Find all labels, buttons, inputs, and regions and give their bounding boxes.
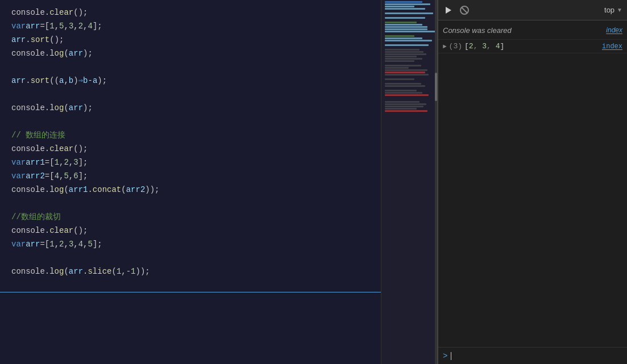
code-line: console.clear(); (0, 6, 381, 19)
code-line: console.log(arr); (0, 47, 381, 60)
code-line: var arr = [1, 5, 3, 2, 4]; (0, 19, 381, 33)
code-line (0, 196, 381, 210)
minimap-content (381, 0, 437, 364)
array-item-1: 2 (469, 42, 474, 51)
code-lines: console.clear();var arr = [1, 5, 3, 2, 4… (0, 6, 381, 292)
play-icon (446, 7, 451, 14)
context-label: top (604, 6, 614, 14)
expand-arrow-icon[interactable]: ► (443, 43, 447, 50)
console-cursor (451, 352, 451, 360)
code-line: var arr1 = [1, 2, 3]; (0, 156, 381, 169)
minimap-scrollbar[interactable] (435, 0, 437, 364)
code-line (0, 251, 381, 265)
array-count: (3) (449, 42, 462, 51)
context-selector[interactable]: top ▼ (604, 6, 622, 14)
code-line: var arr2 = [4, 5, 6]; (0, 169, 381, 183)
array-item-2: 3 (482, 42, 487, 51)
play-button[interactable] (443, 5, 454, 16)
code-line: // 数组的连接 (0, 128, 381, 142)
code-line: console.log(arr1.concat(arr2)); (0, 183, 381, 196)
code-line: console.clear(); (0, 142, 381, 156)
code-editor: console.clear();var arr = [1, 5, 3, 2, 4… (0, 0, 381, 364)
code-line: arr.sort((a, b) ⇒ b - a); (0, 74, 381, 87)
code-line (0, 60, 381, 74)
no-entry-icon (460, 6, 469, 15)
array-item-3: 4 (496, 42, 500, 51)
console-panel: top ▼ Console was cleared index ► (3) [ … (438, 0, 627, 364)
console-log[interactable]: Console was cleared index ► (3) [ 2 , 3 … (438, 20, 627, 347)
log-entry-cleared: Console was cleared index (438, 23, 627, 40)
code-line: var arr = [1, 2, 3, 4, 5]; (0, 237, 381, 251)
chevron-down-icon: ▼ (617, 7, 622, 13)
code-line: console.log(arr.slice(1, -1)); (0, 265, 381, 278)
no-entry-button[interactable] (459, 5, 470, 16)
code-line: //数组的裁切 (0, 210, 381, 224)
console-toolbar: top ▼ (438, 0, 627, 20)
console-input-row[interactable]: > (438, 347, 627, 364)
minimap-scrollbar-thumb[interactable] (435, 73, 437, 101)
minimap-panel (381, 0, 438, 364)
code-line: console.clear(); (0, 224, 381, 237)
console-prompt: > (443, 352, 447, 361)
code-line: arr.sort(); (0, 33, 381, 47)
code-line (0, 278, 381, 292)
code-line: console.log(arr); (0, 101, 381, 115)
code-line (0, 87, 381, 101)
array-close: ] (500, 42, 504, 51)
minimap-lines (381, 0, 437, 114)
array-open: [ (464, 42, 469, 51)
log-entry-array: ► (3) [ 2 , 3 , 4 ] index (438, 40, 627, 53)
cleared-text: Console was cleared (443, 26, 601, 35)
code-line (0, 115, 381, 128)
array-source[interactable]: index (602, 43, 622, 51)
cleared-source[interactable]: index (606, 26, 622, 34)
